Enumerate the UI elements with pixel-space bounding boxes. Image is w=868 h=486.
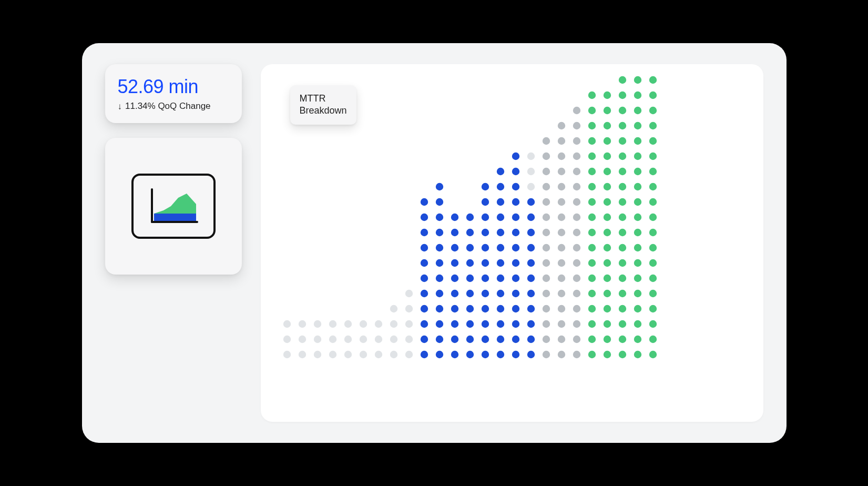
svg-point-218	[618, 275, 626, 282]
svg-point-152	[557, 229, 565, 236]
svg-point-139	[542, 198, 549, 206]
svg-point-76	[481, 351, 488, 358]
svg-point-193	[588, 107, 595, 114]
svg-point-242	[634, 198, 641, 206]
svg-point-222	[618, 214, 626, 221]
svg-point-263	[649, 168, 656, 175]
svg-point-216	[618, 305, 626, 312]
svg-point-265	[649, 137, 656, 145]
svg-point-209	[603, 137, 610, 145]
svg-point-107	[512, 259, 519, 267]
svg-point-78	[481, 320, 488, 328]
svg-point-129	[542, 351, 549, 358]
svg-point-163	[573, 305, 580, 312]
svg-point-130	[542, 336, 549, 343]
svg-point-180	[588, 305, 595, 312]
svg-point-167	[573, 244, 580, 251]
svg-point-174	[573, 137, 580, 145]
svg-point-23	[374, 320, 382, 328]
svg-point-127	[527, 168, 534, 175]
svg-point-63	[451, 244, 458, 251]
svg-point-225	[618, 168, 626, 175]
svg-point-168	[573, 229, 580, 236]
svg-point-73	[466, 244, 473, 251]
svg-point-108	[512, 244, 519, 251]
svg-point-58	[451, 320, 458, 328]
svg-point-171	[573, 183, 580, 190]
svg-point-116	[527, 336, 534, 343]
svg-point-228	[618, 122, 626, 129]
svg-point-203	[603, 229, 610, 236]
svg-point-172	[573, 168, 580, 175]
svg-point-100	[496, 168, 504, 175]
svg-point-257	[649, 259, 656, 267]
svg-point-156	[557, 168, 565, 175]
svg-point-42	[420, 214, 427, 221]
svg-point-185	[588, 229, 595, 236]
svg-point-232	[634, 351, 641, 358]
svg-point-170	[573, 198, 580, 206]
svg-point-165	[573, 275, 580, 282]
svg-point-54	[435, 198, 443, 206]
svg-point-45	[435, 336, 443, 343]
svg-point-166	[573, 259, 580, 267]
svg-point-192	[588, 122, 595, 129]
svg-point-94	[496, 259, 504, 267]
svg-point-55	[435, 183, 443, 190]
svg-point-11	[313, 320, 321, 328]
svg-point-65	[451, 214, 458, 221]
svg-point-206	[603, 183, 610, 190]
svg-point-28	[405, 351, 412, 358]
svg-point-74	[466, 229, 473, 236]
svg-point-268	[649, 92, 656, 99]
svg-point-15	[344, 351, 351, 358]
svg-point-70	[466, 290, 473, 297]
svg-point-86	[481, 198, 488, 206]
svg-point-24	[390, 351, 397, 358]
svg-point-90	[496, 320, 504, 328]
svg-point-103	[512, 320, 519, 328]
svg-point-231	[618, 76, 626, 84]
area-chart-icon	[131, 174, 216, 239]
mttr-chart-card: MTTR Breakdown	[261, 64, 763, 422]
svg-point-5	[283, 320, 290, 328]
svg-point-47	[435, 305, 443, 312]
svg-point-143	[542, 137, 549, 145]
svg-point-135	[542, 259, 549, 267]
svg-point-198	[603, 305, 610, 312]
svg-point-269	[649, 76, 656, 84]
svg-point-52	[435, 229, 443, 236]
svg-point-141	[542, 168, 549, 175]
svg-point-162	[573, 320, 580, 328]
svg-point-230	[618, 92, 626, 99]
svg-point-142	[542, 153, 549, 160]
svg-point-99	[496, 183, 504, 190]
svg-point-49	[435, 275, 443, 282]
svg-point-120	[527, 275, 534, 282]
svg-point-93	[496, 275, 504, 282]
svg-point-149	[557, 275, 565, 282]
svg-point-95	[496, 244, 504, 251]
svg-point-123	[527, 229, 534, 236]
svg-point-221	[618, 229, 626, 236]
svg-point-134	[542, 275, 549, 282]
svg-point-131	[542, 320, 549, 328]
svg-point-71	[466, 275, 473, 282]
svg-point-13	[329, 336, 336, 343]
svg-point-236	[634, 290, 641, 297]
svg-point-178	[588, 336, 595, 343]
svg-point-106	[512, 275, 519, 282]
svg-point-240	[634, 229, 641, 236]
svg-point-208	[603, 153, 610, 160]
svg-point-138	[542, 214, 549, 221]
svg-point-128	[527, 153, 534, 160]
svg-point-91	[496, 305, 504, 312]
svg-point-6	[298, 351, 305, 358]
svg-point-194	[588, 92, 595, 99]
svg-point-255	[649, 290, 656, 297]
svg-point-186	[588, 214, 595, 221]
svg-point-109	[512, 229, 519, 236]
svg-point-83	[481, 244, 488, 251]
svg-point-137	[542, 229, 549, 236]
chart-type-card	[105, 138, 242, 275]
